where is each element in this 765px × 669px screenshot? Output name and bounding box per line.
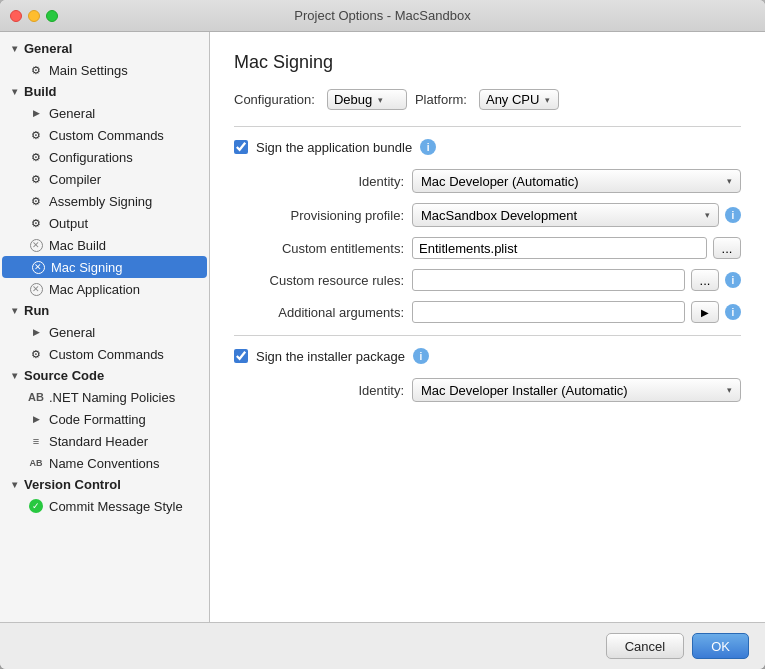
resource-rules-input[interactable]: [412, 269, 685, 291]
sidebar-item-assembly-signing-label: Assembly Signing: [49, 194, 152, 209]
cancel-button[interactable]: Cancel: [606, 633, 684, 659]
platform-dropdown[interactable]: Any CPU ▾: [479, 89, 559, 110]
sidebar-item-commit-message-label: Commit Message Style: [49, 499, 183, 514]
sign-installer-checkbox[interactable]: [234, 349, 248, 363]
entitlements-browse-button[interactable]: ...: [713, 237, 741, 259]
sidebar-item-output-label: Output: [49, 216, 88, 231]
sidebar-section-run[interactable]: ▾ Run: [0, 300, 209, 321]
expand-play-icon: ▶: [28, 411, 44, 427]
ok-button[interactable]: OK: [692, 633, 749, 659]
sidebar-item-mac-application[interactable]: ✕ Mac Application: [0, 278, 209, 300]
provisioning-value: MacSandbox Development: [421, 208, 577, 223]
titlebar: Project Options - MacSandbox: [0, 0, 765, 32]
sidebar-item-net-naming[interactable]: AB .NET Naming Policies: [0, 386, 209, 408]
dropdown-arrow-icon: ▾: [727, 385, 732, 395]
sidebar-item-build-general-label: General: [49, 106, 95, 121]
additional-args-input[interactable]: [412, 301, 685, 323]
minimize-button[interactable]: [28, 10, 40, 22]
sidebar-item-standard-header[interactable]: ≡ Standard Header: [0, 430, 209, 452]
sidebar-item-mac-build-label: Mac Build: [49, 238, 106, 253]
provisioning-info-icon[interactable]: i: [725, 207, 741, 223]
sidebar-section-build[interactable]: ▾ Build: [0, 81, 209, 102]
sidebar-item-run-general-label: General: [49, 325, 95, 340]
sidebar-item-run-custom-commands[interactable]: Custom Commands: [0, 343, 209, 365]
sidebar-section-source-code-label: Source Code: [24, 368, 104, 383]
sidebar-item-compiler[interactable]: Compiler: [0, 168, 209, 190]
sidebar-item-standard-header-label: Standard Header: [49, 434, 148, 449]
sidebar-item-assembly-signing[interactable]: Assembly Signing: [0, 190, 209, 212]
sidebar-item-name-conventions-label: Name Conventions: [49, 456, 160, 471]
x-circle-selected-icon: ✕: [30, 259, 46, 275]
sidebar-item-commit-message[interactable]: ✓ Commit Message Style: [0, 495, 209, 517]
gear-icon: [28, 215, 44, 231]
play-icon: ▶: [28, 324, 44, 340]
sidebar-section-source-code[interactable]: ▾ Source Code: [0, 365, 209, 386]
main-panel: Mac Signing Configuration: Debug ▾ Platf…: [210, 32, 765, 622]
sign-installer-label: Sign the installer package: [256, 349, 405, 364]
gear-icon: [28, 127, 44, 143]
resource-rules-browse-button[interactable]: ...: [691, 269, 719, 291]
gear-icon: [28, 171, 44, 187]
provisioning-control: MacSandbox Development ▾ i: [412, 203, 741, 227]
sidebar-item-mac-application-label: Mac Application: [49, 282, 140, 297]
platform-label: Platform:: [415, 92, 467, 107]
provisioning-row: Provisioning profile: MacSandbox Develop…: [234, 203, 741, 227]
arrow-icon: ▾: [8, 43, 20, 55]
sign-bundle-info-icon[interactable]: i: [420, 139, 436, 155]
sidebar-item-mac-signing[interactable]: ✕ Mac Signing: [2, 256, 207, 278]
entitlements-input[interactable]: [412, 237, 707, 259]
footer: Cancel OK: [0, 622, 765, 669]
additional-args-info-icon[interactable]: i: [725, 304, 741, 320]
sign-installer-info-icon[interactable]: i: [413, 348, 429, 364]
sidebar-item-main-settings-label: Main Settings: [49, 63, 128, 78]
resource-rules-row: Custom resource rules: ... i: [234, 269, 741, 291]
sidebar-item-mac-build[interactable]: ✕ Mac Build: [0, 234, 209, 256]
sign-bundle-checkbox[interactable]: [234, 140, 248, 154]
additional-args-row: Additional arguments: ▶ i: [234, 301, 741, 323]
installer-identity-row: Identity: Mac Developer Installer (Autom…: [234, 378, 741, 402]
installer-identity-label: Identity:: [234, 383, 404, 398]
lines-icon: ≡: [28, 433, 44, 449]
installer-identity-dropdown[interactable]: Mac Developer Installer (Automatic) ▾: [412, 378, 741, 402]
sidebar-section-version-control-label: Version Control: [24, 477, 121, 492]
sidebar-item-code-formatting[interactable]: ▶ Code Formatting: [0, 408, 209, 430]
sidebar-item-name-conventions[interactable]: AB Name Conventions: [0, 452, 209, 474]
entitlements-row: Custom entitlements: ...: [234, 237, 741, 259]
provisioning-label: Provisioning profile:: [234, 208, 404, 223]
gear-icon: [28, 62, 44, 78]
play-icon: ▶: [28, 105, 44, 121]
entitlements-control: ...: [412, 237, 741, 259]
sidebar-item-configurations[interactable]: Configurations: [0, 146, 209, 168]
close-button[interactable]: [10, 10, 22, 22]
identity-row: Identity: Mac Developer (Automatic) ▾: [234, 169, 741, 193]
identity-dropdown[interactable]: Mac Developer (Automatic) ▾: [412, 169, 741, 193]
sidebar-item-custom-commands[interactable]: Custom Commands: [0, 124, 209, 146]
panel-title: Mac Signing: [234, 52, 741, 73]
maximize-button[interactable]: [46, 10, 58, 22]
provisioning-dropdown[interactable]: MacSandbox Development ▾: [412, 203, 719, 227]
sidebar-item-output[interactable]: Output: [0, 212, 209, 234]
resource-rules-info-icon[interactable]: i: [725, 272, 741, 288]
sidebar-item-run-general[interactable]: ▶ General: [0, 321, 209, 343]
configuration-dropdown[interactable]: Debug ▾: [327, 89, 407, 110]
sidebar-item-main-settings[interactable]: Main Settings: [0, 59, 209, 81]
additional-args-control: ▶ i: [412, 301, 741, 323]
gear-icon: [28, 346, 44, 362]
identity-value: Mac Developer (Automatic): [421, 174, 579, 189]
sidebar-section-build-label: Build: [24, 84, 57, 99]
sidebar-section-general[interactable]: ▾ General: [0, 38, 209, 59]
arrow-icon: ▾: [8, 479, 20, 491]
installer-identity-control: Mac Developer Installer (Automatic) ▾: [412, 378, 741, 402]
sign-bundle-label: Sign the application bundle: [256, 140, 412, 155]
sidebar-item-build-general[interactable]: ▶ General: [0, 102, 209, 124]
additional-args-expand-button[interactable]: ▶: [691, 301, 719, 323]
identity-control: Mac Developer (Automatic) ▾: [412, 169, 741, 193]
divider2: [234, 335, 741, 336]
sign-bundle-row: Sign the application bundle i: [234, 139, 741, 155]
sidebar-item-custom-commands-label: Custom Commands: [49, 128, 164, 143]
configuration-label: Configuration:: [234, 92, 315, 107]
sidebar-item-run-custom-commands-label: Custom Commands: [49, 347, 164, 362]
gear-icon: [28, 149, 44, 165]
sidebar-section-version-control[interactable]: ▾ Version Control: [0, 474, 209, 495]
entitlements-label: Custom entitlements:: [234, 241, 404, 256]
